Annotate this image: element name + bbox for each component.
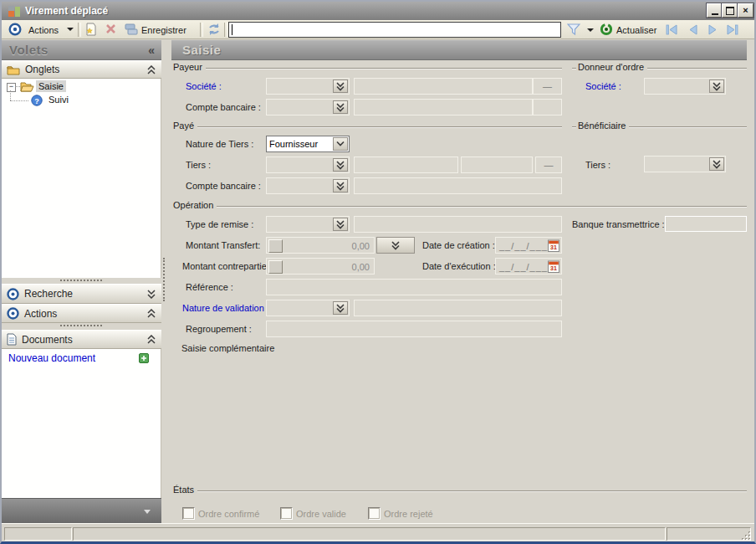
chevron-up-icon[interactable] bbox=[146, 65, 156, 74]
actions-target-icon[interactable] bbox=[8, 23, 22, 36]
maximize-button[interactable] bbox=[722, 3, 738, 18]
amount-helper-button[interactable] bbox=[268, 239, 283, 253]
nature-tiers-combo[interactable]: Fournisseur bbox=[266, 136, 350, 152]
montant-contrepartie-field[interactable]: 0,00 bbox=[266, 258, 375, 275]
nature-validation-dropdown[interactable] bbox=[266, 300, 350, 316]
section-header-documents[interactable]: Documents bbox=[2, 330, 161, 349]
tree-item-suivi[interactable]: Suivi bbox=[46, 94, 71, 105]
date-mask: __/__/____ bbox=[499, 241, 554, 251]
tree-expander[interactable]: − bbox=[7, 83, 16, 92]
splitter-handle[interactable] bbox=[60, 280, 102, 281]
dropdown-caret-icon bbox=[144, 510, 151, 514]
new-document-link[interactable]: Nouveau document bbox=[8, 352, 95, 364]
amount-helper-button[interactable] bbox=[268, 260, 283, 274]
search-input[interactable] bbox=[228, 22, 561, 38]
montant-transfert-value: 0,00 bbox=[352, 241, 370, 251]
group-legend-donneur: Donneur d'ordre bbox=[576, 62, 647, 72]
double-chevron-button[interactable] bbox=[333, 179, 348, 192]
page-title: Saisie bbox=[182, 43, 221, 57]
calendar-icon[interactable]: 31 bbox=[548, 260, 559, 273]
banque-transmettrice-field[interactable] bbox=[665, 216, 747, 232]
filter-caret-icon[interactable] bbox=[587, 28, 594, 32]
payeur-societe-dropdown[interactable] bbox=[266, 78, 350, 95]
last-record-icon[interactable] bbox=[725, 24, 739, 35]
section-header-recherche[interactable]: Recherche bbox=[2, 284, 161, 304]
currency-dropdown-button[interactable] bbox=[376, 237, 415, 254]
new-document-icon[interactable] bbox=[84, 23, 98, 36]
regroupement-field[interactable] bbox=[266, 321, 562, 337]
double-chevron-button[interactable] bbox=[333, 158, 348, 172]
chevron-button[interactable] bbox=[333, 137, 348, 151]
nature-validation-field[interactable] bbox=[354, 300, 562, 316]
save-button[interactable]: Enregistrer bbox=[141, 25, 186, 35]
paye-compte-field[interactable] bbox=[354, 177, 562, 194]
payeur-compte-field[interactable] bbox=[354, 99, 533, 115]
sidebar-collapse-icon[interactable]: « bbox=[148, 44, 155, 57]
refresh-icon[interactable] bbox=[600, 23, 613, 36]
section-header-onglets[interactable]: Onglets bbox=[2, 60, 161, 79]
section-header-actions[interactable]: Actions bbox=[2, 304, 161, 323]
panel-selector-bar[interactable] bbox=[2, 498, 161, 523]
reference-field[interactable] bbox=[266, 279, 562, 295]
payeur-societe-code-field[interactable]: — bbox=[533, 78, 562, 95]
paye-compte-dropdown[interactable] bbox=[266, 177, 350, 194]
group-legend-operation: Opération bbox=[171, 200, 217, 210]
paye-tiers-dropdown[interactable] bbox=[266, 157, 350, 173]
double-chevron-button[interactable] bbox=[333, 80, 348, 93]
type-remise-field[interactable] bbox=[354, 216, 562, 233]
text-caret bbox=[232, 24, 232, 35]
date-execution-field[interactable]: __/__/____ 31 bbox=[495, 258, 562, 275]
tree-item-saisie[interactable]: Saisie bbox=[36, 80, 66, 92]
type-remise-dropdown[interactable] bbox=[266, 216, 350, 233]
payeur-societe-field[interactable] bbox=[354, 78, 533, 95]
reference-label: Référence : bbox=[186, 282, 233, 292]
donneur-societe-dropdown[interactable] bbox=[644, 78, 726, 95]
double-chevron-button[interactable] bbox=[333, 100, 348, 114]
splitter-handle[interactable] bbox=[60, 325, 102, 326]
double-chevron-button[interactable] bbox=[709, 157, 724, 171]
checkbox-ordre-rejete[interactable] bbox=[368, 507, 381, 520]
title-bar[interactable]: Virement déplacé bbox=[2, 2, 754, 20]
chevron-up-icon[interactable] bbox=[146, 335, 156, 344]
checkbox-ordre-confirme[interactable] bbox=[182, 507, 195, 520]
add-plus-icon[interactable] bbox=[139, 353, 149, 363]
date-creation-field[interactable]: __/__/____ 31 bbox=[495, 237, 562, 254]
close-icon: × bbox=[743, 6, 748, 15]
double-chevron-button[interactable] bbox=[333, 301, 348, 315]
first-record-icon[interactable] bbox=[665, 24, 679, 35]
sync-icon[interactable] bbox=[207, 23, 222, 36]
application-window: Virement déplacé × Actions Enregistrer bbox=[0, 0, 756, 544]
paye-tiers-field2[interactable] bbox=[461, 157, 533, 173]
close-button[interactable]: × bbox=[738, 3, 753, 18]
double-chevron-down-icon bbox=[391, 241, 401, 250]
resize-grip[interactable] bbox=[741, 531, 752, 541]
double-chevron-down-icon bbox=[335, 182, 345, 191]
payeur-compte-code-field[interactable] bbox=[533, 99, 562, 115]
previous-record-icon[interactable] bbox=[687, 24, 699, 35]
actions-caret-icon[interactable] bbox=[67, 28, 74, 31]
delete-icon[interactable] bbox=[105, 23, 117, 35]
payeur-compte-dropdown[interactable] bbox=[266, 99, 350, 115]
window-title: Virement déplacé bbox=[25, 5, 108, 17]
calendar-icon[interactable]: 31 bbox=[548, 239, 559, 252]
double-chevron-button[interactable] bbox=[709, 80, 724, 93]
refresh-button[interactable]: Actualiser bbox=[616, 25, 656, 35]
paye-tiers-code-field[interactable]: — bbox=[535, 157, 562, 173]
paye-tiers-field1[interactable] bbox=[354, 157, 458, 173]
date-creation-label: Date de création : bbox=[422, 240, 495, 250]
minimize-button[interactable] bbox=[707, 3, 723, 18]
filter-icon[interactable] bbox=[567, 23, 580, 36]
checkbox-ordre-valide[interactable] bbox=[280, 507, 293, 520]
save-icon[interactable] bbox=[125, 23, 138, 36]
double-chevron-button[interactable] bbox=[333, 218, 348, 231]
sidebar-title: Volets bbox=[9, 43, 49, 57]
vertical-splitter-handle[interactable] bbox=[163, 258, 165, 301]
chevron-down-icon[interactable] bbox=[146, 290, 156, 299]
chevron-up-icon[interactable] bbox=[146, 309, 156, 318]
next-record-icon[interactable] bbox=[707, 24, 719, 35]
calendar-day: 31 bbox=[550, 265, 557, 271]
double-chevron-down-icon bbox=[335, 220, 345, 229]
montant-transfert-field[interactable]: 0,00 bbox=[266, 237, 375, 254]
actions-menu-button[interactable]: Actions bbox=[28, 25, 59, 35]
beneficiaire-tiers-dropdown[interactable] bbox=[644, 156, 726, 172]
